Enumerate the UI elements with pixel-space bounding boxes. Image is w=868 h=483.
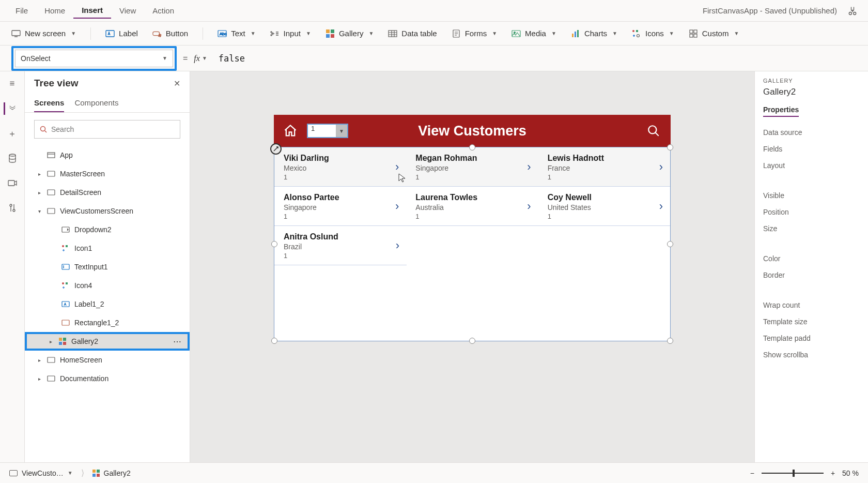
- tree-label: Rectangle1_2: [74, 319, 119, 327]
- tree-node-dropdown2[interactable]: Dropdown2: [25, 220, 190, 239]
- svg-rect-53: [92, 474, 96, 477]
- tree-node-app[interactable]: App: [25, 146, 190, 164]
- chevron-right-icon[interactable]: ›: [659, 160, 663, 174]
- zoom-thumb[interactable]: [793, 470, 795, 477]
- tree-node-icon1[interactable]: Icon1: [25, 239, 190, 258]
- chevron-right-icon[interactable]: ›: [396, 239, 399, 252]
- chevron-right-icon[interactable]: ›: [395, 200, 399, 213]
- menu-file[interactable]: File: [7, 3, 36, 18]
- canvas[interactable]: 1 ▼ View Customers: [190, 71, 754, 462]
- tree-node-documentation[interactable]: ▸ Documentation: [25, 369, 190, 388]
- tree-node-rectangle12[interactable]: Rectangle1_2: [25, 313, 190, 332]
- svg-point-20: [632, 30, 634, 32]
- property-size[interactable]: Size: [763, 224, 860, 233]
- property-fields[interactable]: Fields: [763, 145, 860, 153]
- tree-node-textinput1[interactable]: TextInput1: [25, 258, 190, 276]
- breadcrumb-control[interactable]: Gallery2: [92, 469, 131, 477]
- custom-dropdown[interactable]: Custom▼: [689, 29, 739, 38]
- property-layout[interactable]: Layout: [763, 161, 860, 170]
- gallery-cell[interactable]: Alonso Partee Singapore 1 ›: [274, 187, 406, 226]
- tree-node-viewcustomers[interactable]: ▾ ViewCustomersScreen: [25, 202, 190, 220]
- tree-node-gallery2[interactable]: ▸ Gallery2 ⋯: [25, 332, 190, 351]
- more-icon[interactable]: ⋯: [173, 337, 182, 346]
- resize-handle[interactable]: [469, 338, 475, 344]
- menu-action[interactable]: Action: [144, 3, 182, 18]
- tree-node-icon4[interactable]: Icon4: [25, 276, 190, 295]
- breadcrumb-screen[interactable]: ViewCusto… ▼: [9, 469, 73, 477]
- gallery-dropdown[interactable]: Gallery▼: [326, 29, 374, 38]
- gallery-cell[interactable]: Viki Darling Mexico 1 ›: [274, 147, 406, 187]
- menu-view[interactable]: View: [111, 3, 144, 18]
- zoom-slider[interactable]: [762, 473, 824, 474]
- input-dropdown[interactable]: Input▼: [270, 29, 311, 38]
- property-templatepadding[interactable]: Template padd: [763, 334, 860, 342]
- property-position[interactable]: Position: [763, 208, 860, 216]
- tree-label: Icon4: [74, 281, 92, 290]
- dropdown-value: 1: [311, 125, 315, 132]
- tab-components[interactable]: Components: [74, 95, 118, 112]
- chevron-right-icon[interactable]: ›: [659, 200, 663, 213]
- customer-country: United States: [548, 203, 661, 212]
- resize-handle[interactable]: [667, 241, 673, 247]
- media-dropdown[interactable]: Media▼: [512, 29, 556, 38]
- hamburger-icon[interactable]: ≡: [6, 78, 19, 90]
- text-dropdown[interactable]: Abc Text▼: [218, 29, 255, 38]
- menu-insert[interactable]: Insert: [73, 3, 111, 19]
- tree-node-homescreen[interactable]: ▸ HomeScreen: [25, 351, 190, 369]
- chevron-right-icon[interactable]: ›: [527, 200, 531, 213]
- tree-label: MasterScreen: [60, 170, 105, 178]
- gallery-cell[interactable]: Anitra Oslund Brazil 1 ›: [274, 226, 407, 265]
- tree-search[interactable]: [34, 120, 180, 139]
- data-rail-icon[interactable]: [6, 152, 19, 164]
- property-templatesize[interactable]: Template size: [763, 318, 860, 326]
- tree-label: DetailScreen: [60, 188, 101, 197]
- icons-dropdown[interactable]: Icons▼: [632, 29, 674, 38]
- svg-rect-32: [48, 153, 55, 158]
- svg-rect-28: [8, 180, 14, 186]
- formula-input[interactable]: [213, 50, 857, 67]
- fx-indicator[interactable]: fx ▼: [194, 54, 207, 63]
- tree-node-master[interactable]: ▸ MasterScreen: [25, 164, 190, 183]
- tab-screens[interactable]: Screens: [34, 95, 64, 112]
- zoom-in-button[interactable]: +: [831, 469, 835, 477]
- new-screen-button[interactable]: New screen▼: [11, 29, 76, 38]
- label-button[interactable]: Label: [105, 29, 138, 38]
- gallery-cell[interactable]: Lewis Hadnott France 1 ›: [538, 147, 670, 187]
- property-color[interactable]: Color: [763, 254, 860, 263]
- resize-handle[interactable]: [271, 338, 277, 344]
- dropdown-control[interactable]: 1 ▼: [307, 124, 348, 138]
- tools-rail-icon[interactable]: [6, 202, 19, 214]
- chevron-right-icon[interactable]: ›: [527, 160, 531, 174]
- tree-node-label12[interactable]: Label1_2: [25, 295, 190, 313]
- property-wrapcount[interactable]: Wrap count: [763, 301, 860, 309]
- datatable-button[interactable]: Data table: [388, 29, 437, 38]
- gallery-cell[interactable]: Coy Newell United States 1 ›: [538, 187, 670, 226]
- add-rail-icon[interactable]: ＋: [6, 127, 19, 140]
- button-button[interactable]: Button: [152, 29, 188, 38]
- charts-dropdown[interactable]: Charts▼: [571, 29, 617, 38]
- property-showscrollbar[interactable]: Show scrollba: [763, 351, 860, 359]
- gallery2-control[interactable]: Viki Darling Mexico 1 › Megan Rohman Sin…: [274, 147, 671, 341]
- property-datasource[interactable]: Data source: [763, 128, 860, 137]
- property-border[interactable]: Border: [763, 271, 860, 279]
- property-selector[interactable]: OnSelect ▼: [15, 50, 173, 67]
- property-visible[interactable]: Visible: [763, 191, 860, 200]
- gallery-cell[interactable]: Megan Rohman Singapore 1 ›: [406, 147, 538, 187]
- tree-view-rail-icon[interactable]: [4, 102, 16, 115]
- menu-home[interactable]: Home: [36, 3, 73, 18]
- search-input[interactable]: [51, 125, 175, 133]
- media-rail-icon[interactable]: [6, 177, 19, 189]
- zoom-out-button[interactable]: −: [750, 469, 754, 477]
- gallery-cell[interactable]: Laurena Towles Australia 1 ›: [406, 187, 538, 226]
- search-icon[interactable]: [647, 124, 660, 138]
- svg-rect-19: [577, 30, 579, 37]
- svg-rect-23: [690, 30, 693, 33]
- diagnostics-icon[interactable]: [847, 6, 858, 16]
- chevron-right-icon[interactable]: ›: [395, 160, 399, 174]
- close-icon[interactable]: ✕: [174, 79, 180, 88]
- resize-handle[interactable]: [667, 338, 673, 344]
- home-icon[interactable]: [283, 124, 298, 138]
- tree-node-detail[interactable]: ▸ DetailScreen: [25, 183, 190, 202]
- forms-dropdown[interactable]: Forms▼: [452, 29, 497, 38]
- tab-properties[interactable]: Properties: [763, 105, 799, 117]
